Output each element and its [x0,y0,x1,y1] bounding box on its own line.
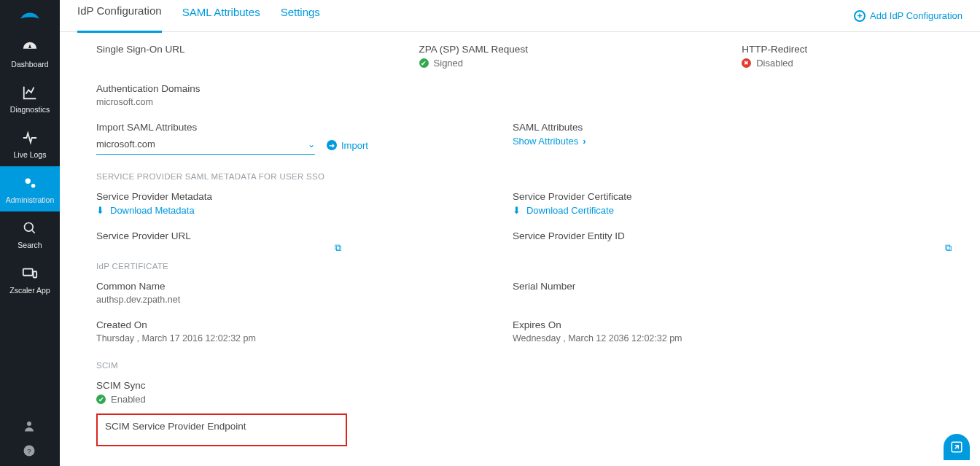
sidebar-item-zscalerapp[interactable]: Zscaler App [0,257,60,302]
tab-idp-configuration[interactable]: IdP Configuration [77,0,162,33]
scim-sync-status: Enabled [96,394,962,405]
main: IdP Configuration SAML Attributes Settin… [60,0,980,466]
expires-on-label: Expires On [513,319,962,330]
svg-point-0 [26,179,31,184]
chevron-right-icon: › [583,136,586,147]
saml-attributes-label: SAML Attributes [513,122,962,133]
content: Single Sign-On URL ZPA (SP) SAML Request… [60,32,980,466]
auth-domains-label: Authentication Domains [96,83,962,94]
sidebar-item-diagnostics[interactable]: Diagnostics [0,76,60,121]
sidebar-item-dashboard[interactable]: Dashboard [0,31,60,76]
sidebar-item-administration[interactable]: Administration [0,166,60,211]
scim-endpoint-highlight: SCIM Service Provider Endpoint [96,413,347,446]
scim-sync-label: SCIM Sync [96,380,962,391]
saml-request-status: Signed [419,58,735,69]
copy-icon[interactable]: ⧉ [945,242,952,254]
chevron-down-icon: ⌄ [308,139,315,149]
tabs-row: IdP Configuration SAML Attributes Settin… [60,0,980,32]
sidebar-item-label: Live Logs [14,150,47,159]
floating-action-button[interactable] [944,434,970,460]
import-saml-selected: microsoft.com [96,139,155,149]
sidebar-item-label: Administration [6,195,55,204]
add-config-label: Add IdP Configuration [870,10,962,21]
saml-request-label: ZPA (SP) SAML Request [419,44,735,55]
sso-url-label: Single Sign-On URL [96,44,412,55]
devices-icon [22,265,38,281]
common-name-value: authsp.dev.zpath.net [96,295,505,305]
auth-domains-value: microsoft.com [96,97,962,107]
svg-point-2 [25,223,34,232]
download-metadata-link[interactable]: ⬇ Download Metadata [96,205,505,216]
sidebar-bottom: ? [0,419,60,466]
search-icon [22,220,38,236]
svg-point-1 [31,184,36,187]
import-button-label: Import [341,140,368,151]
import-button[interactable]: ➜ Import [327,140,368,151]
tab-saml-attributes[interactable]: SAML Attributes [182,0,260,32]
svg-point-5 [27,422,31,426]
http-redirect-status: Disabled [742,58,962,69]
sidebar-item-label: Zscaler App [9,286,50,295]
help-icon[interactable]: ? [23,444,37,459]
sidebar-item-livelogs[interactable]: Live Logs [0,121,60,166]
section-idp-certificate: IdP CERTIFICATE [96,262,962,271]
sidebar-item-label: Diagnostics [10,105,50,114]
download-metadata-text: Download Metadata [110,205,195,216]
copy-icon[interactable]: ⧉ [335,242,341,254]
import-saml-label: Import SAML Attributes [96,122,505,133]
sp-entity-label: Service Provider Entity ID [513,230,962,241]
svg-text:?: ? [27,447,31,455]
user-icon[interactable] [23,419,37,434]
sp-metadata-label: Service Provider Metadata [96,191,505,202]
common-name-label: Common Name [96,281,505,292]
plus-icon: + [854,10,866,22]
section-sp-metadata: SERVICE PROVIDER SAML METADATA FOR USER … [96,172,962,181]
gauge-icon [22,39,38,55]
created-on-value: Thursday , March 17 2016 12:02:32 pm [96,333,505,343]
download-certificate-text: Download Certificate [526,205,614,216]
serial-number-label: Serial Number [513,281,962,292]
show-attributes-text: Show Attributes [513,136,578,147]
created-on-label: Created On [96,319,505,330]
tab-settings[interactable]: Settings [281,0,320,32]
import-saml-select[interactable]: microsoft.com ⌄ [96,136,315,155]
http-redirect-label: HTTP-Redirect [742,44,962,55]
sidebar-item-label: Search [18,241,42,249]
sidebar-item-search[interactable]: Search [0,211,60,257]
import-arrow-icon: ➜ [327,140,337,150]
svg-rect-4 [34,271,37,277]
sp-certificate-label: Service Provider Certificate [513,191,962,202]
expires-on-value: Wednesday , March 12 2036 12:02:32 pm [513,333,962,343]
add-idp-configuration[interactable]: + Add IdP Configuration [854,10,962,22]
gears-icon [22,175,38,191]
scim-endpoint-label: SCIM Service Provider Endpoint [105,421,338,432]
download-icon: ⬇ [96,205,104,216]
svg-rect-3 [23,269,33,276]
brand-logo [0,0,60,31]
download-icon: ⬇ [513,205,521,216]
pulse-icon [22,130,38,146]
sp-url-label: Service Provider URL [96,230,505,241]
section-scim: SCIM [96,361,962,370]
download-certificate-link[interactable]: ⬇ Download Certificate [513,205,962,216]
sidebar: Dashboard Diagnostics Live Logs Administ… [0,0,60,466]
chart-icon [22,85,38,101]
sidebar-item-label: Dashboard [11,60,48,69]
show-attributes-link[interactable]: Show Attributes › [513,136,586,147]
